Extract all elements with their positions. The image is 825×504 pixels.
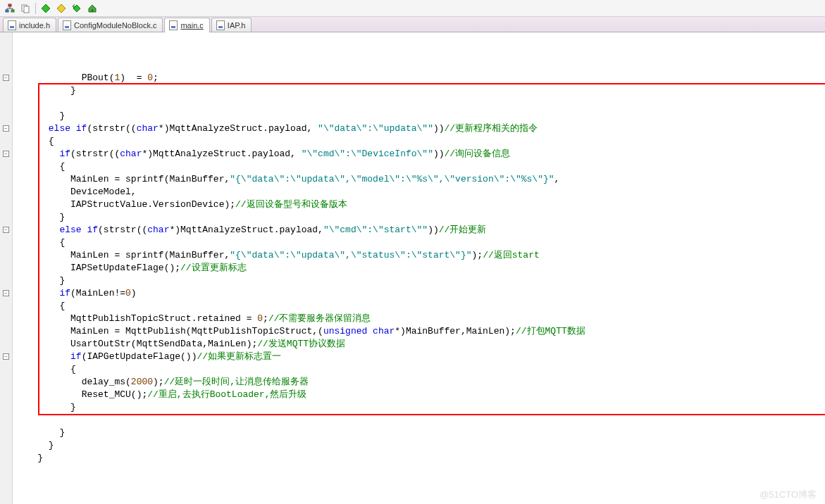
copy-icon[interactable] <box>20 3 31 14</box>
code-line[interactable]: MainLen = sprintf(MainBuffer,"{\"data\":… <box>13 249 825 262</box>
code-line[interactable] <box>13 97 825 110</box>
tab-iap-h[interactable]: IAP.h <box>211 18 252 32</box>
code-line[interactable]: else if(strstr((char*)MqttAnalyzeStruct.… <box>13 122 825 135</box>
svg-rect-2 <box>11 10 14 12</box>
tab-label: include.h <box>19 21 50 30</box>
code-line[interactable]: IAPSetUpdateFlage();//设置更新标志 <box>13 262 825 275</box>
fold-gutter[interactable]: −−−−−− <box>0 32 13 504</box>
code-line[interactable]: MqttPublishTopicStruct.retained = 0;//不需… <box>13 313 825 325</box>
code-line[interactable]: { <box>13 363 825 376</box>
file-icon <box>63 20 71 30</box>
code-line[interactable]: { <box>13 237 825 249</box>
code-line[interactable]: if(strstr((char*)MqttAnalyzeStruct.paylo… <box>13 148 825 160</box>
code-line[interactable]: UsartOutStr(MqttSendData,MainLen);//发送MQ… <box>13 338 825 351</box>
code-line[interactable]: delay_ms(2000);//延时一段时间,让消息传给服务器 <box>13 376 825 389</box>
code-line[interactable]: { <box>13 135 825 148</box>
toolbar-divider <box>35 3 36 14</box>
code-line[interactable]: MainLen = MqttPublish(MqttPublishTopicSt… <box>13 325 825 338</box>
file-icon <box>216 20 225 30</box>
tab-label: IAP.h <box>228 21 246 30</box>
tab-label: main.c <box>180 21 203 30</box>
code-line[interactable]: DeviceModel, <box>13 186 825 199</box>
diamond-back-icon[interactable] <box>71 3 82 14</box>
code-line[interactable]: if(IAPGetUpdateFlage())//如果更新标志置一 <box>13 351 825 363</box>
svg-rect-5 <box>92 9 93 12</box>
code-line[interactable]: IAPStructValue.VersionDevice);//返回设备型号和设… <box>13 199 825 211</box>
code-line[interactable]: Reset_MCU();//重启,去执行BootLoader,然后升级 <box>13 389 825 401</box>
fold-marker[interactable]: − <box>3 75 9 81</box>
code-line[interactable]: { <box>13 160 825 173</box>
svg-rect-1 <box>6 10 8 12</box>
code-area[interactable]: PBout(1) = 0; } } else if(strstr((char*)… <box>13 32 825 504</box>
file-icon <box>169 20 178 30</box>
code-line[interactable]: } <box>13 211 825 224</box>
fold-marker[interactable]: − <box>3 125 9 132</box>
home-icon[interactable] <box>87 3 98 14</box>
fold-marker[interactable]: − <box>3 151 9 157</box>
code-line[interactable]: } <box>13 401 825 414</box>
code-line[interactable]: } <box>13 439 825 452</box>
code-line[interactable]: PBout(1) = 0; <box>13 72 825 84</box>
code-line[interactable]: } <box>13 427 825 439</box>
code-line[interactable]: } <box>13 275 825 287</box>
code-line[interactable]: } <box>13 110 825 122</box>
diamond-yellow-icon[interactable] <box>56 3 67 14</box>
fold-marker[interactable]: − <box>3 353 9 360</box>
tab-bar: include.h ConfigModuleNoBlock.c main.c I… <box>0 17 825 32</box>
code-line[interactable]: else if(strstr((char*)MqttAnalyzeStruct.… <box>13 224 825 237</box>
code-line[interactable]: MainLen = sprintf(MainBuffer,"{\"data\":… <box>13 173 825 186</box>
watermark: @51CTO博客 <box>759 489 817 501</box>
tab-label: ConfigModuleNoBlock.c <box>74 21 156 30</box>
code-line[interactable]: } <box>13 452 825 465</box>
toolbar <box>0 0 825 17</box>
tab-main-c[interactable]: main.c <box>164 18 209 32</box>
editor: −−−−−− PBout(1) = 0; } } else if(strstr(… <box>0 32 825 504</box>
svg-rect-0 <box>8 4 11 6</box>
svg-rect-4 <box>24 6 29 13</box>
diamond-green-icon[interactable] <box>40 3 51 14</box>
tab-include-h[interactable]: include.h <box>3 18 56 32</box>
code-line[interactable]: } <box>13 84 825 97</box>
hierarchy-icon[interactable] <box>4 3 15 14</box>
fold-marker[interactable]: − <box>3 290 9 296</box>
code-line[interactable]: if(MainLen!=0) <box>13 287 825 300</box>
code-line[interactable]: { <box>13 300 825 313</box>
code-line[interactable] <box>13 414 825 427</box>
fold-marker[interactable]: − <box>3 227 9 233</box>
file-icon <box>8 20 16 30</box>
tab-configmodule[interactable]: ConfigModuleNoBlock.c <box>58 18 163 32</box>
